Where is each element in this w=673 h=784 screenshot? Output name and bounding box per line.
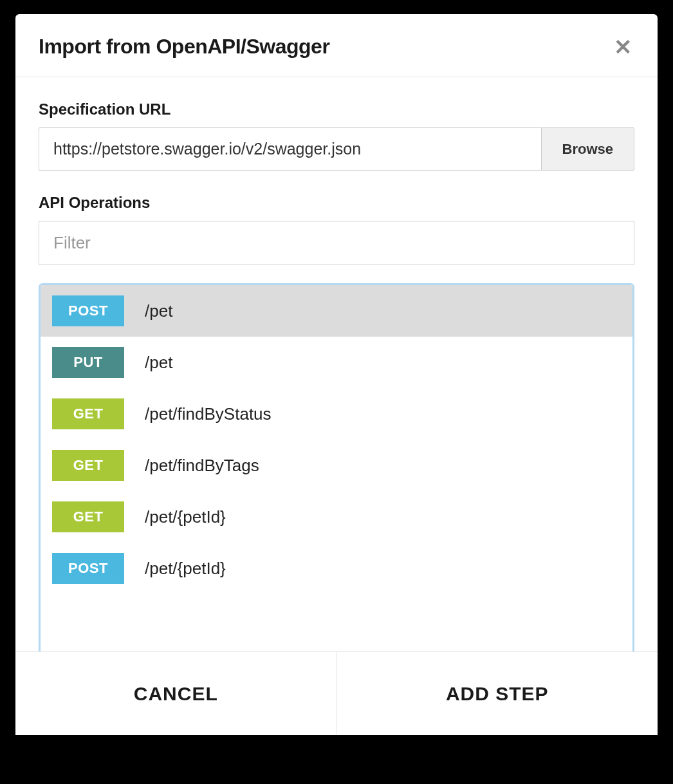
cancel-button[interactable]: CANCEL [15, 652, 337, 735]
operation-row[interactable]: POST/pet [41, 285, 632, 337]
operation-row[interactable]: GET/pet/findByTags [41, 440, 632, 491]
operation-path: /pet/{petId} [145, 507, 226, 527]
method-badge: GET [52, 501, 124, 532]
modal-body: Specification URL Browse API Operations … [15, 77, 658, 735]
operation-row[interactable]: GET/pet/{petId} [41, 491, 632, 543]
api-operations-label: API Operations [39, 194, 634, 212]
spec-url-label: Specification URL [39, 100, 634, 118]
operation-row[interactable]: PUT/pet [41, 337, 632, 388]
modal-footer: CANCEL ADD STEP [15, 651, 658, 735]
browse-button[interactable]: Browse [541, 127, 634, 171]
method-badge: GET [52, 450, 124, 481]
operation-path: /pet/findByTags [145, 456, 259, 476]
spec-url-input[interactable] [39, 127, 541, 171]
modal-title: Import from OpenAPI/Swagger [39, 35, 329, 59]
import-openapi-modal: Import from OpenAPI/Swagger ✕ Specificat… [15, 14, 658, 735]
close-icon[interactable]: ✕ [611, 36, 634, 58]
method-badge: POST [52, 553, 124, 584]
modal-header: Import from OpenAPI/Swagger ✕ [15, 14, 658, 77]
operation-row[interactable]: GET/pet/findByStatus [41, 388, 632, 440]
method-badge: PUT [52, 347, 124, 378]
operation-path: /pet/{petId} [145, 559, 226, 579]
add-step-button[interactable]: ADD STEP [337, 652, 658, 735]
operation-path: /pet [145, 353, 172, 373]
operation-path: /pet/findByStatus [145, 404, 272, 424]
operation-row[interactable]: POST/pet/{petId} [41, 543, 632, 594]
filter-input[interactable] [39, 221, 634, 265]
operation-path: /pet [145, 301, 172, 321]
spec-url-row: Browse [39, 127, 634, 171]
method-badge: POST [52, 295, 124, 326]
method-badge: GET [52, 398, 124, 429]
